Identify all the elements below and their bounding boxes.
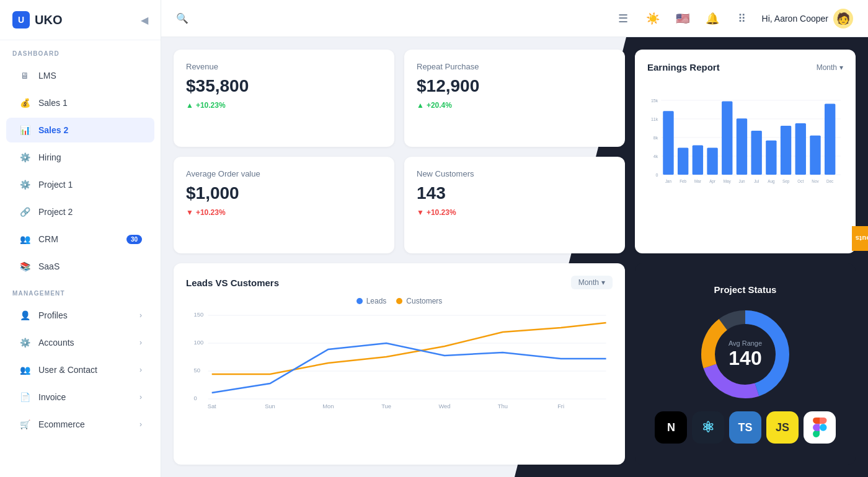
- svg-text:8k: 8k: [653, 136, 658, 141]
- sidebar-item-accounts[interactable]: ⚙️ Accounts ›: [6, 330, 154, 355]
- sidebar-section-dashboard: DASHBOARD: [0, 40, 161, 62]
- avg-order-change: ▼ +10.23%: [186, 208, 382, 217]
- cards-grid: Revenue $35,800 ▲ +10.23% Repeat Purchas…: [174, 50, 856, 465]
- sidebar-collapse-button[interactable]: ◀: [141, 14, 148, 26]
- project2-icon: 🔗: [19, 206, 31, 218]
- flag-icon-button[interactable]: 🇺🇸: [673, 9, 693, 28]
- layouts-button[interactable]: Layouts: [852, 226, 868, 251]
- repeat-purchase-label: Repeat Purchase: [417, 62, 613, 71]
- sidebar-item-project2[interactable]: 🔗 Project 2: [6, 199, 154, 224]
- sidebar-item-sales2[interactable]: 📊 Sales 2: [6, 118, 154, 142]
- search-bar[interactable]: 🔍: [176, 12, 362, 24]
- leads-chart-area: 150 100 50 0 Sat: [186, 310, 613, 409]
- repeat-purchase-change: ▲ +20.4%: [417, 101, 613, 110]
- svg-text:0: 0: [655, 173, 658, 178]
- svg-rect-16: [707, 148, 717, 175]
- sidebar-item-hiring[interactable]: ⚙️ Hiring: [6, 145, 154, 170]
- sidebar: U UKO ◀ DASHBOARD 🖥 LMS 💰 Sales 1 📊 Sale…: [0, 0, 161, 477]
- sidebar-item-invoice[interactable]: 📄 Invoice ›: [6, 385, 154, 409]
- accounts-icon: ⚙️: [19, 336, 31, 349]
- svg-text:Nov: Nov: [812, 179, 819, 183]
- svg-rect-18: [722, 101, 732, 174]
- revenue-card: Revenue $35,800 ▲ +10.23%: [174, 50, 394, 147]
- donut-value: 140: [728, 347, 762, 370]
- sidebar-item-user-contact[interactable]: 👥 User & Contact ›: [6, 357, 154, 382]
- sales1-icon: 💰: [19, 97, 31, 109]
- sidebar-logo-area: U UKO ◀: [0, 0, 161, 40]
- avg-order-card: Average Order value $1,000 ▼ +10.23%: [174, 157, 394, 254]
- sidebar-item-label: LMS: [38, 71, 142, 81]
- page-header: 🔍 ☰ ☀️ 🇺🇸 🔔 ⠿ Hi, Aaron Cooper 🧑: [161, 0, 868, 37]
- sidebar-item-sales1[interactable]: 💰 Sales 1: [6, 90, 154, 115]
- figma-icon[interactable]: [804, 411, 836, 444]
- sidebar-item-label: Project 2: [38, 207, 142, 217]
- new-customers-label: New Customers: [417, 169, 613, 178]
- svg-rect-12: [678, 148, 688, 175]
- earnings-report-card: Earnings Report Month ▾ 15k 11k 8k 4k 0: [635, 50, 856, 253]
- typescript-icon[interactable]: TS: [729, 411, 761, 444]
- donut-chart: Avg Range 140: [696, 305, 795, 404]
- svg-text:Oct: Oct: [797, 179, 804, 183]
- sidebar-item-crm[interactable]: 👥 CRM 30: [6, 227, 154, 252]
- new-customers-card: New Customers 143 ▼ +10.23%: [404, 157, 625, 254]
- sidebar-item-label: Accounts: [38, 338, 132, 348]
- javascript-icon[interactable]: JS: [766, 411, 799, 444]
- svg-text:11k: 11k: [651, 117, 658, 122]
- svg-text:Jan: Jan: [665, 179, 672, 183]
- earnings-header: Earnings Report Month ▾: [647, 62, 843, 72]
- svg-text:Sat: Sat: [208, 403, 217, 409]
- react-icon[interactable]: ⚛: [692, 411, 724, 444]
- legend-leads: Leads: [356, 297, 387, 305]
- arrow-up-icon: ▲: [417, 101, 424, 110]
- search-icon: 🔍: [176, 12, 188, 24]
- svg-text:50: 50: [194, 367, 200, 374]
- svg-text:Aug: Aug: [768, 179, 775, 184]
- saas-icon: 📚: [19, 260, 31, 273]
- sidebar-item-label: Project 1: [38, 180, 142, 190]
- leads-chart-header: Leads VS Customers Month ▾: [186, 276, 613, 289]
- sidebar-item-label: Hiring: [38, 152, 142, 162]
- svg-rect-30: [810, 136, 820, 175]
- notification-icon-button[interactable]: 🔔: [702, 9, 722, 28]
- revenue-label: Revenue: [186, 62, 382, 71]
- svg-rect-28: [795, 123, 806, 175]
- svg-text:Mon: Mon: [322, 403, 334, 409]
- sidebar-section-management: MANAGEMENT: [0, 280, 161, 302]
- customers-dot: [396, 298, 402, 304]
- header-actions: ☰ ☀️ 🇺🇸 🔔 ⠿ Hi, Aaron Cooper 🧑: [613, 9, 853, 28]
- sidebar-item-label: Sales 2: [38, 125, 142, 135]
- ecommerce-icon: 🛒: [19, 418, 31, 431]
- leads-period-button[interactable]: Month ▾: [571, 276, 613, 289]
- sidebar-item-ecommerce[interactable]: 🛒 Ecommerce ›: [6, 412, 154, 437]
- chevron-right-icon: ›: [140, 311, 142, 320]
- svg-text:Jun: Jun: [738, 179, 745, 183]
- leads-chart-svg: 150 100 50 0 Sat: [186, 310, 613, 409]
- sidebar-item-saas[interactable]: 📚 SaaS: [6, 254, 154, 279]
- crm-icon: 👥: [19, 233, 31, 245]
- sidebar-item-profiles[interactable]: 👤 Profiles ›: [6, 303, 154, 328]
- earnings-title: Earnings Report: [647, 62, 720, 72]
- donut-avg-label: Avg Range: [728, 339, 762, 347]
- earnings-period-selector[interactable]: Month ▾: [817, 63, 843, 72]
- svg-text:Fri: Fri: [557, 403, 564, 409]
- sidebar-item-label: Ecommerce: [38, 419, 132, 429]
- svg-rect-20: [737, 118, 747, 175]
- app-logo[interactable]: U UKO: [12, 11, 62, 28]
- apps-icon-button[interactable]: ⠿: [732, 9, 752, 28]
- user-menu[interactable]: Hi, Aaron Cooper 🧑: [762, 9, 853, 28]
- sidebar-item-project1[interactable]: ⚙️ Project 1: [6, 172, 154, 197]
- theme-icon-button[interactable]: ☀️: [643, 9, 663, 28]
- sidebar-item-label: Profiles: [38, 310, 132, 320]
- svg-text:Sun: Sun: [265, 403, 275, 409]
- project-status-title: Project Status: [714, 284, 777, 295]
- arrow-up-icon: ▲: [186, 101, 193, 110]
- nextjs-icon[interactable]: N: [655, 411, 687, 444]
- sidebar-item-lms[interactable]: 🖥 LMS: [6, 63, 154, 88]
- chevron-right-icon: ›: [140, 420, 142, 429]
- chevron-right-icon: ›: [140, 338, 142, 347]
- svg-rect-32: [825, 103, 835, 175]
- svg-rect-26: [781, 126, 791, 175]
- svg-text:0: 0: [194, 395, 197, 401]
- earnings-chart-svg: 15k 11k 8k 4k 0 Jan: [647, 82, 843, 206]
- menu-icon-button[interactable]: ☰: [613, 9, 633, 28]
